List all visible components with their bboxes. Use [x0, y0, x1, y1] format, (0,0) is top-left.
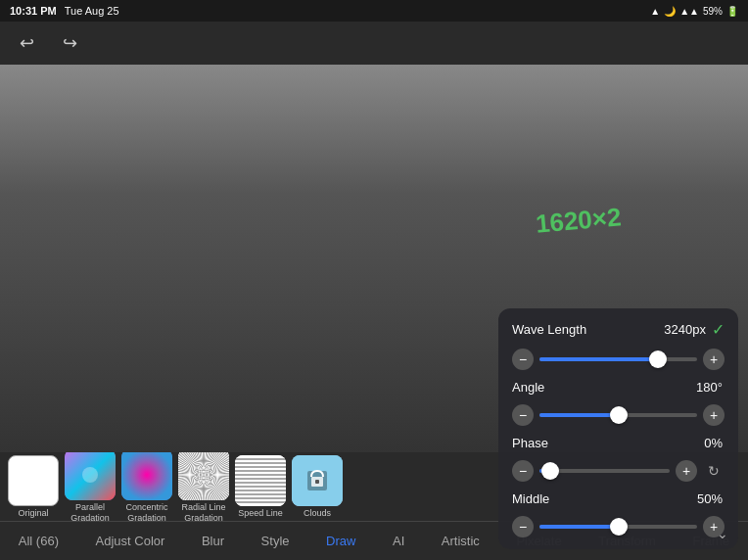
svg-rect-36 [315, 480, 319, 484]
checkmark-icon: ✓ [712, 320, 725, 339]
angle-row: Angle 180° [512, 380, 725, 395]
phase-track[interactable] [539, 469, 670, 473]
svg-line-12 [178, 475, 204, 500]
wave-length-minus-btn[interactable]: − [512, 349, 534, 370]
redo-icon: ↪ [63, 32, 77, 54]
svg-line-5 [204, 462, 229, 475]
svg-line-16 [178, 452, 204, 475]
panel-chevron-icon[interactable]: ⌄ [717, 526, 728, 541]
phase-label: Phase [512, 436, 581, 450]
middle-minus-btn[interactable]: − [512, 516, 534, 537]
svg-line-8 [204, 475, 229, 500]
filter-thumb-parallel [65, 452, 116, 500]
battery-icon: 🔋 [726, 6, 738, 17]
wave-length-plus-btn[interactable]: + [703, 349, 725, 370]
filter-item-original[interactable]: Original [8, 455, 59, 519]
svg-point-1 [82, 467, 98, 483]
redo-button[interactable]: ↪ [53, 26, 86, 60]
phase-minus-btn[interactable]: − [512, 460, 534, 482]
filter-item-radial-line[interactable]: Radial LineGradation [178, 452, 229, 521]
status-time: 10:31 PM [10, 5, 57, 17]
wave-length-row: Wave Length 3240px ✓ [512, 320, 725, 339]
clouds-svg [292, 455, 343, 506]
svg-line-17 [191, 452, 204, 475]
concentric-gradation-svg [121, 452, 172, 500]
filter-thumb-original [8, 455, 59, 506]
tab-ai[interactable]: AI [387, 534, 410, 548]
svg-rect-3 [178, 452, 229, 500]
filter-thumb-concentric [121, 452, 172, 500]
filter-name-radial-line: Radial LineGradation [181, 502, 225, 521]
tab-adjust-color[interactable]: Adjust Color [90, 534, 171, 548]
angle-fill [539, 413, 619, 417]
tab-blur[interactable]: Blur [196, 534, 230, 548]
filter-name-speed-line: Speed Line [238, 508, 283, 519]
angle-plus-btn[interactable]: + [703, 404, 725, 426]
phase-plus-btn[interactable]: + [676, 460, 697, 482]
svg-line-11 [191, 475, 204, 500]
speed-line-svg [235, 455, 286, 506]
wave-length-fill [539, 357, 658, 361]
middle-label: Middle [512, 491, 581, 506]
middle-track[interactable] [539, 525, 697, 529]
wave-length-thumb[interactable] [649, 350, 667, 368]
wave-length-value: 3240px [664, 322, 706, 337]
tab-all[interactable]: All (66) [13, 534, 65, 548]
filter-thumb-radial-line [178, 452, 229, 500]
wifi-icon: ▲ [650, 6, 660, 17]
filter-name-concentric: ConcentricGradation [125, 502, 167, 521]
moon-icon: 🌙 [664, 6, 676, 17]
angle-slider-container: − + [512, 404, 725, 426]
filter-thumb-clouds [292, 455, 343, 506]
svg-line-9 [204, 475, 216, 500]
middle-value: 50% [697, 491, 723, 506]
angle-thumb[interactable] [610, 406, 628, 424]
phase-value: 0% [704, 436, 723, 450]
svg-line-19 [204, 452, 216, 475]
phase-slider-container: − + ↻ [512, 460, 725, 482]
parallel-gradation-svg [65, 452, 116, 500]
angle-minus-btn[interactable]: − [512, 404, 534, 426]
middle-fill [539, 525, 619, 529]
wave-length-label: Wave Length [512, 322, 586, 337]
wave-length-track[interactable] [539, 357, 697, 361]
tab-style[interactable]: Style [256, 534, 296, 548]
settings-panel: Wave Length 3240px ✓ − + Angle 180° − + … [498, 308, 738, 549]
wave-length-slider-container: − + [512, 349, 725, 370]
filter-item-speed-line[interactable]: Speed Line [235, 455, 286, 519]
svg-line-4 [204, 452, 229, 475]
undo-icon: ↩ [20, 32, 34, 54]
svg-line-7 [204, 475, 229, 488]
filter-thumb-speed-line [235, 455, 286, 506]
filter-name-clouds: Clouds [304, 508, 331, 519]
status-icons: ▲ 🌙 ▲▲ 59% 🔋 [650, 6, 738, 17]
svg-line-13 [178, 475, 204, 488]
middle-row: Middle 50% [512, 491, 725, 506]
phase-thumb[interactable] [541, 462, 559, 480]
radial-line-svg [178, 452, 229, 500]
angle-track[interactable] [539, 413, 697, 417]
angle-value: 180° [696, 380, 723, 395]
middle-slider-container: − + [512, 516, 725, 537]
svg-line-15 [178, 462, 204, 475]
signal-icon: ▲▲ [679, 6, 699, 17]
angle-label: Angle [512, 380, 581, 395]
status-bar: 10:31 PM Tue Aug 25 ▲ 🌙 ▲▲ 59% 🔋 [0, 0, 748, 22]
filter-item-clouds[interactable]: Clouds [292, 455, 343, 519]
filter-item-concentric[interactable]: ConcentricGradation [121, 452, 172, 521]
status-date: Tue Aug 25 [65, 5, 119, 17]
tab-draw[interactable]: Draw [320, 534, 361, 548]
svg-rect-2 [121, 452, 172, 500]
tab-artistic[interactable]: Artistic [436, 534, 486, 548]
phase-row: Phase 0% [512, 436, 725, 450]
undo-button[interactable]: ↩ [10, 26, 43, 60]
middle-thumb[interactable] [610, 518, 628, 536]
filter-name-original: Original [18, 508, 48, 519]
toolbar: ↩ ↪ [0, 22, 748, 65]
battery-level: 59% [703, 6, 723, 17]
phase-refresh-btn[interactable]: ↻ [703, 460, 725, 482]
filter-item-parallel[interactable]: ParallelGradation [65, 452, 116, 521]
filter-name-parallel: ParallelGradation [70, 502, 110, 521]
